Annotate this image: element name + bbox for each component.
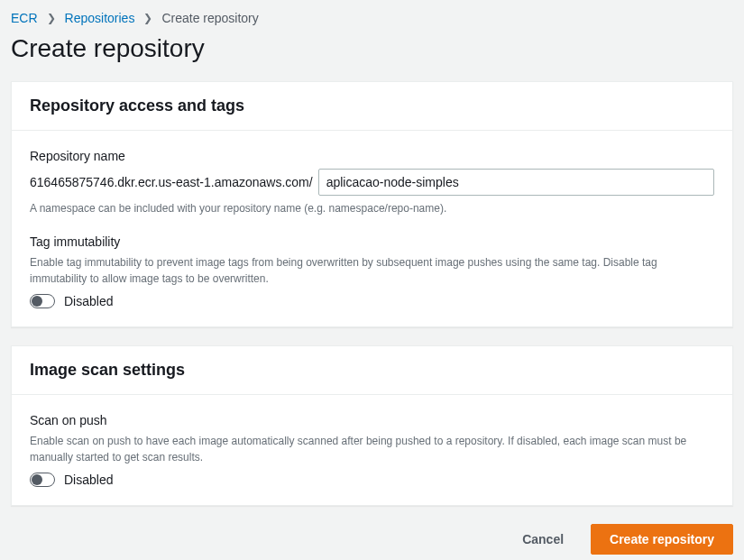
scan-on-push-description: Enable scan on push to have each image a… — [30, 433, 714, 465]
breadcrumb-root-link[interactable]: ECR — [11, 11, 38, 25]
scan-on-push-toggle-row: Disabled — [30, 473, 714, 487]
chevron-right-icon: ❯ — [143, 12, 152, 24]
page-title: Create repository — [11, 34, 733, 63]
field-tag-immutability: Tag immutability Enable tag immutability… — [30, 234, 714, 308]
repository-uri-prefix: 616465875746.dkr.ecr.us-east-1.amazonaws… — [30, 175, 313, 189]
field-repository-name: Repository name 616465875746.dkr.ecr.us-… — [30, 149, 714, 216]
repository-name-label: Repository name — [30, 149, 714, 163]
field-scan-on-push: Scan on push Enable scan on push to have… — [30, 413, 714, 487]
panel-image-scan: Image scan settings Scan on push Enable … — [11, 345, 733, 506]
breadcrumb-repositories-link[interactable]: Repositories — [65, 11, 135, 25]
panel-header: Repository access and tags — [12, 82, 732, 131]
panel-header: Image scan settings — [12, 346, 732, 395]
chevron-right-icon: ❯ — [47, 12, 56, 24]
toggle-knob — [32, 296, 42, 307]
breadcrumb-current: Create repository — [161, 11, 258, 25]
scan-on-push-toggle[interactable] — [30, 473, 55, 487]
scan-on-push-label: Scan on push — [30, 413, 714, 427]
panel-title: Image scan settings — [30, 361, 714, 380]
tag-immutability-state: Disabled — [64, 294, 113, 308]
form-actions: Cancel Create repository — [11, 524, 733, 555]
repository-name-row: 616465875746.dkr.ecr.us-east-1.amazonaws… — [30, 169, 714, 196]
tag-immutability-toggle[interactable] — [30, 294, 55, 308]
tag-immutability-toggle-row: Disabled — [30, 294, 714, 308]
toggle-knob — [32, 474, 42, 485]
panel-title: Repository access and tags — [30, 96, 714, 115]
panel-body: Repository name 616465875746.dkr.ecr.us-… — [12, 131, 732, 326]
repository-name-hint: A namespace can be included with your re… — [30, 201, 714, 216]
breadcrumb: ECR ❯ Repositories ❯ Create repository — [11, 11, 733, 25]
scan-on-push-state: Disabled — [64, 473, 113, 487]
tag-immutability-label: Tag immutability — [30, 234, 714, 249]
tag-immutability-description: Enable tag immutability to prevent image… — [30, 254, 714, 287]
panel-body: Scan on push Enable scan on push to have… — [12, 395, 732, 505]
cancel-button[interactable]: Cancel — [504, 524, 582, 555]
repository-name-input[interactable] — [318, 169, 714, 196]
create-repository-button[interactable]: Create repository — [591, 524, 733, 555]
panel-repository-access: Repository access and tags Repository na… — [11, 81, 733, 327]
